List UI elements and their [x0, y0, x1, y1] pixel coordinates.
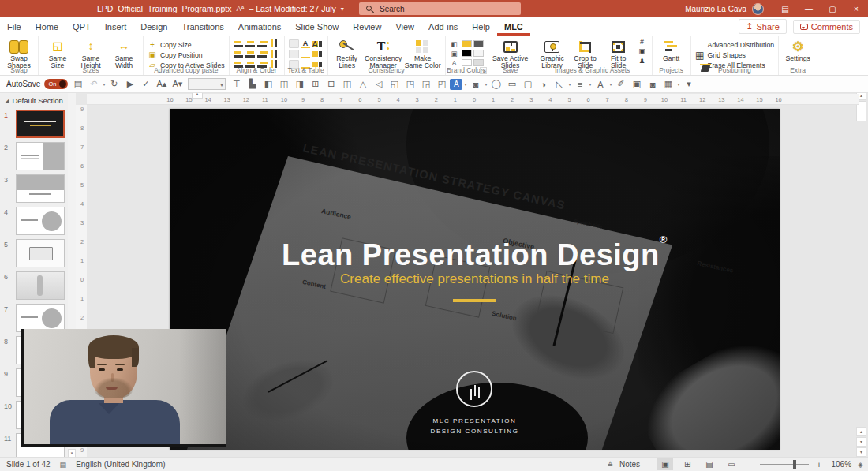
font-increase-icon[interactable]: A▴: [154, 77, 169, 92]
consistency-manager-button[interactable]: T Consistency Manager: [365, 38, 402, 70]
advanced-distribution-button[interactable]: Advanced Distribution: [695, 40, 775, 49]
fit-to-slide-button[interactable]: Fit to Slide: [604, 38, 634, 70]
next-slide-icon[interactable]: ▾: [856, 437, 866, 447]
normal-view-button[interactable]: ▣: [657, 458, 673, 470]
copy-size-button[interactable]: + Copy Size: [148, 40, 225, 49]
shape-gradient-icon[interactable]: ◑: [536, 77, 551, 92]
copy-position-button[interactable]: ▣ Copy Position: [148, 50, 225, 59]
share-button[interactable]: ↥ Share: [739, 19, 787, 34]
chevron-down-icon[interactable]: ▾: [609, 81, 612, 87]
flip-icon[interactable]: △: [355, 77, 370, 92]
undo-icon[interactable]: ↶: [86, 77, 101, 92]
chevron-down-icon[interactable]: ▾: [589, 81, 591, 87]
brand-color-swatch-6[interactable]: [473, 59, 484, 66]
rectangle-icon[interactable]: ▭: [504, 77, 519, 92]
rounded-rectangle-icon[interactable]: ▢: [520, 77, 535, 92]
user-name[interactable]: Maurizio La Cava: [685, 5, 746, 13]
start-slideshow-icon[interactable]: ▶: [122, 77, 137, 92]
brand-color-swatch-2[interactable]: [473, 40, 484, 47]
comment-icon[interactable]: ◙: [645, 77, 660, 92]
chart-icon[interactable]: ▙: [245, 77, 260, 92]
section-header[interactable]: ◢ Default Section: [0, 93, 68, 107]
slide-subtitle[interactable]: Create effective presentations in half t…: [170, 271, 780, 287]
reading-view-button[interactable]: ▤: [702, 458, 717, 470]
person-icon[interactable]: ♟: [639, 57, 645, 65]
grid-shapes-button[interactable]: ▦ Grid Shapes: [695, 50, 775, 59]
no-fill-icon[interactable]: [289, 39, 299, 48]
brand-color-swatch-4[interactable]: [473, 50, 484, 57]
text-merge-icon[interactable]: [312, 50, 323, 58]
hash-grid-icon[interactable]: #: [640, 38, 644, 46]
slide-thumbnail-3[interactable]: [16, 174, 65, 203]
align-bottom-icon[interactable]: [257, 50, 268, 58]
send-backward-icon[interactable]: ◲: [418, 77, 433, 92]
align-center-icon[interactable]: ◫: [276, 77, 291, 92]
dialog-launcher-icon[interactable]: ↘: [480, 67, 487, 74]
avatar[interactable]: [752, 3, 764, 15]
autosave-toggle[interactable]: On: [44, 79, 68, 89]
swap-shapes-button[interactable]: Swap Shapes: [4, 38, 34, 70]
same-height-button[interactable]: ↕ Same Height: [76, 38, 106, 70]
gantt-button[interactable]: Gantt: [657, 38, 687, 62]
ribbon-display-options-icon[interactable]: ▤: [773, 0, 797, 17]
slide-thumbnail-2[interactable]: [16, 142, 65, 170]
bring-forward-icon[interactable]: ◰: [434, 77, 449, 92]
align-right-icon[interactable]: [257, 39, 268, 48]
settings-button[interactable]: ⚙ Settings: [783, 38, 813, 62]
last-modified-label[interactable]: – Last Modified: 27 July: [249, 4, 336, 13]
font-increase-icon[interactable]: A: [301, 39, 311, 48]
duplicate-slide-icon[interactable]: ▣: [629, 77, 644, 92]
slide-title[interactable]: Lean Presentation Design®: [170, 234, 780, 272]
main-scrollbar[interactable]: ▴ ▴ ▾ ▾: [856, 91, 866, 457]
tab-review[interactable]: Review: [346, 17, 388, 36]
tab-slide-show[interactable]: Slide Show: [288, 17, 346, 36]
tab-file[interactable]: File: [0, 17, 28, 36]
close-button[interactable]: ×: [844, 0, 868, 17]
tab-help[interactable]: Help: [465, 17, 497, 36]
zoom-in-button[interactable]: +: [815, 460, 823, 469]
same-size-button[interactable]: ◱ Same Size: [43, 38, 73, 70]
chevron-down-icon[interactable]: ▾: [103, 81, 105, 87]
save-active-slides-button[interactable]: Save Active Slides: [492, 38, 529, 70]
same-width-button[interactable]: ↔ Same Width: [109, 38, 139, 70]
tab-qpt[interactable]: QPT: [65, 17, 98, 36]
align-middle-icon[interactable]: ◫: [339, 77, 354, 92]
paint-bucket-icon[interactable]: ◧: [450, 40, 459, 48]
align-right-icon[interactable]: ◨: [292, 77, 307, 92]
distribute-vertical-icon[interactable]: ⊟: [324, 77, 339, 92]
slide-editor[interactable]: LEAN PRESENTATION STRATEGY CANVAS Audien…: [170, 109, 780, 450]
tab-home[interactable]: Home: [28, 17, 65, 36]
save-icon[interactable]: ▤: [70, 77, 85, 92]
oval-icon[interactable]: ◯: [488, 77, 503, 92]
align-middle-icon[interactable]: [245, 50, 256, 58]
picture-icon[interactable]: ▦: [660, 77, 675, 92]
rectify-lines-button[interactable]: Rectify Lines: [332, 38, 362, 70]
chevron-down-icon[interactable]: ▾: [341, 6, 344, 13]
zoom-slider-thumb[interactable]: [793, 460, 796, 469]
shape-fill-icon[interactable]: ◙: [468, 77, 483, 92]
brand-color-swatch-1[interactable]: [462, 40, 472, 47]
slideshow-view-button[interactable]: ▭: [724, 458, 739, 470]
rotate-icon[interactable]: ◁: [371, 77, 386, 92]
search-input[interactable]: Search: [359, 2, 521, 15]
zoom-slider[interactable]: [760, 464, 809, 465]
text-box-icon[interactable]: ▣: [450, 50, 459, 58]
group-icon[interactable]: ◱: [387, 77, 402, 92]
document-title[interactable]: LPD_Official_Training_Program.pptx: [97, 4, 231, 13]
line-style-icon[interactable]: ≡: [572, 77, 587, 92]
proofing-icon[interactable]: ▤: [60, 461, 67, 469]
chevron-down-icon[interactable]: ▾: [677, 81, 679, 87]
font-decrease-icon[interactable]: A▾: [170, 77, 185, 92]
zoom-out-button[interactable]: −: [746, 460, 754, 469]
slide-sorter-view-button[interactable]: ⊞: [679, 458, 695, 470]
fit-slide-to-window-icon[interactable]: ◈: [858, 461, 863, 469]
eyedropper-icon[interactable]: ✐: [613, 77, 628, 92]
brand-color-swatch-3[interactable]: [462, 50, 472, 57]
distribute-horizontal-icon[interactable]: ⊞: [308, 77, 323, 92]
text-fit-icon[interactable]: [289, 50, 299, 58]
tab-animations[interactable]: Animations: [231, 17, 288, 36]
crop-to-slide-button[interactable]: Crop to Slide: [571, 38, 600, 70]
text-columns-icon[interactable]: [301, 50, 311, 58]
tab-design[interactable]: Design: [133, 17, 174, 36]
align-top-icon[interactable]: [234, 50, 244, 58]
